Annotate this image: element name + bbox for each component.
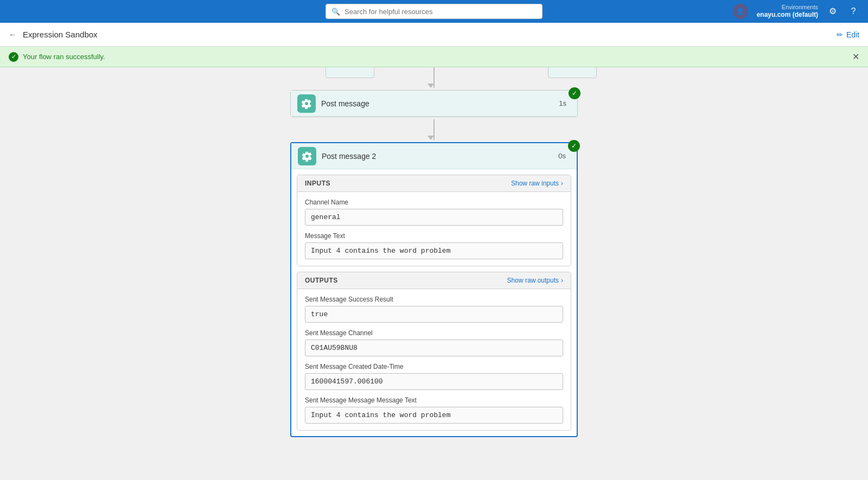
edit-label: Edit xyxy=(846,30,859,39)
post-message-1-check: ✓ xyxy=(569,87,580,99)
help-icon[interactable]: ? xyxy=(847,5,859,17)
inputs-section-title: INPUTS xyxy=(305,180,330,187)
chevron-right-icon: › xyxy=(561,180,563,187)
chevron-right-icon-2: › xyxy=(561,277,563,284)
breadcrumb-bar: ← Expression Sandbox ✏ Edit xyxy=(0,23,868,47)
env-info: Environments enayu.com (default) xyxy=(757,3,818,20)
search-icon: 🔍 xyxy=(331,8,340,16)
post-message-1-duration: 1s xyxy=(559,99,566,107)
connector-arrow-mid xyxy=(427,136,434,140)
inputs-section: INPUTS Show raw inputs › Channel Name ge… xyxy=(297,175,571,266)
sent-message-text-value: Input 4 contains the word problem xyxy=(305,407,563,424)
back-icon: ← xyxy=(9,30,16,39)
sent-datetime-value: 1600041597.006100 xyxy=(305,373,563,390)
post-message-1-icon xyxy=(297,94,316,113)
gear-icon xyxy=(301,98,312,109)
post-message-1-header: Post message 1s ✓ xyxy=(291,91,577,117)
success-result-value: true xyxy=(305,306,563,323)
outputs-section-body: Sent Message Success Result true Sent Me… xyxy=(297,289,571,430)
show-raw-outputs-button[interactable]: Show raw outputs › xyxy=(507,277,563,284)
post-message-2-icon xyxy=(298,147,316,165)
partial-card-right xyxy=(548,67,597,78)
edit-button[interactable]: ✏ Edit xyxy=(837,30,859,39)
post-message-1-card[interactable]: Post message 1s ✓ xyxy=(290,90,578,117)
post-message-2-label: Post message 2 xyxy=(322,152,553,161)
banner-close-button[interactable]: ✕ xyxy=(852,52,859,62)
nav-right: 👤 Environments enayu.com (default) ⚙ ? xyxy=(733,3,859,20)
inputs-section-body: Channel Name general Message Text Input … xyxy=(297,192,571,266)
gear-icon-2 xyxy=(302,151,312,162)
post-message-2-check: ✓ xyxy=(568,140,580,152)
sent-message-text-label: Sent Message Message Message Text xyxy=(305,396,563,404)
post-message-2-duration: 0s xyxy=(558,152,566,160)
search-bar[interactable]: 🔍 xyxy=(326,4,542,19)
message-text-label: Message Text xyxy=(305,232,563,240)
show-raw-outputs-label: Show raw outputs xyxy=(507,277,559,284)
page-title: Expression Sandbox xyxy=(23,30,98,39)
back-button[interactable]: ← xyxy=(9,30,16,39)
post-message-2-header: Post message 2 0s ✓ xyxy=(291,143,577,169)
success-result-label: Sent Message Success Result xyxy=(305,296,563,303)
success-banner: ✓ Your flow ran successfully. ✕ xyxy=(0,47,868,67)
sent-datetime-label: Sent Message Created Date-Time xyxy=(305,363,563,370)
avatar: 👤 xyxy=(733,4,748,19)
search-input[interactable] xyxy=(344,8,537,16)
connector-arrow-top xyxy=(427,84,434,88)
outputs-section-header: OUTPUTS Show raw outputs › xyxy=(297,272,571,289)
inputs-section-header: INPUTS Show raw inputs › xyxy=(297,175,571,192)
channel-name-label: Channel Name xyxy=(305,199,563,206)
channel-name-value: general xyxy=(305,209,563,226)
sent-channel-label: Sent Message Channel xyxy=(305,329,563,337)
env-name: enayu.com (default) xyxy=(757,11,818,20)
settings-icon[interactable]: ⚙ xyxy=(827,5,839,17)
outputs-section-title: OUTPUTS xyxy=(305,277,338,284)
partial-card-left xyxy=(326,67,374,78)
canvas: Post message 1s ✓ Post message 2 0s ✓ IN… xyxy=(0,67,868,480)
env-label: Environments xyxy=(782,3,818,11)
top-nav: 🔍 👤 Environments enayu.com (default) ⚙ ? xyxy=(0,0,868,23)
message-text-value: Input 4 contains the word problem xyxy=(305,242,563,259)
post-message-1-label: Post message xyxy=(321,99,553,108)
success-icon: ✓ xyxy=(9,52,18,62)
success-message: Your flow ran successfully. xyxy=(23,53,105,61)
show-raw-inputs-button[interactable]: Show raw inputs › xyxy=(511,180,563,187)
show-raw-inputs-label: Show raw inputs xyxy=(511,180,559,187)
post-message-2-card[interactable]: Post message 2 0s ✓ INPUTS Show raw inpu… xyxy=(290,142,578,437)
outputs-section: OUTPUTS Show raw outputs › Sent Message … xyxy=(297,272,571,431)
edit-icon: ✏ xyxy=(837,30,843,39)
sent-channel-value: C01AU59BNU8 xyxy=(305,340,563,356)
